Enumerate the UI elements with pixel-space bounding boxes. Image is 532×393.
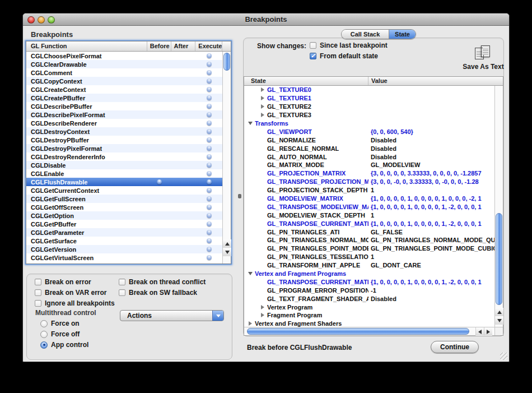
disclosure-triangle[interactable]: [259, 96, 265, 100]
checkbox[interactable]: ✓: [35, 289, 41, 296]
state-row[interactable]: GL_PROJECTION_STACK_DEPTH 1: [244, 186, 494, 195]
state-row[interactable]: GL_TEXTURE2: [244, 103, 494, 111]
before-breakpoint-cell[interactable]: [147, 78, 171, 84]
execute-cell[interactable]: [195, 247, 222, 252]
table-row[interactable]: CGLDestroyPBuffer: [26, 136, 222, 144]
after-breakpoint-cell[interactable]: [171, 154, 196, 159]
table-row[interactable]: CGLDisable: [26, 161, 222, 169]
after-breakpoint-cell[interactable]: [171, 112, 196, 117]
state-row[interactable]: GL_MATRIX_MODE GL_MODELVIEW: [244, 161, 494, 169]
scroll-left-button[interactable]: [475, 327, 484, 336]
state-row[interactable]: GL_PN_TRIANGLES_TESSELATION_ 1: [244, 253, 494, 261]
table-row[interactable]: CGLGetVersion: [26, 245, 222, 253]
before-breakpoint-cell[interactable]: [147, 62, 171, 67]
table-row[interactable]: CGLEnable: [26, 169, 222, 178]
state-row[interactable]: Vertex Program: [244, 303, 494, 311]
state-row[interactable]: GL_TRANSPOSE_CURRENT_MATRI {1, 0, 0, 0, …: [244, 219, 494, 228]
checkbox[interactable]: ✓: [35, 300, 41, 307]
before-breakpoint-cell[interactable]: [147, 95, 171, 100]
execute-cell[interactable]: [195, 238, 222, 243]
table-row[interactable]: CGLGetPBuffer: [26, 220, 222, 228]
scroll-up-button[interactable]: [495, 308, 503, 316]
after-breakpoint-cell[interactable]: [171, 62, 196, 67]
after-breakpoint-cell[interactable]: [171, 179, 196, 184]
table-row[interactable]: CGLGetOption: [26, 211, 222, 220]
table-row[interactable]: CGLFlushDrawable: [26, 178, 222, 186]
after-breakpoint-cell[interactable]: [171, 78, 196, 84]
tab-state[interactable]: State: [389, 30, 416, 39]
state-row[interactable]: GL_PN_TRIANGLES_POINT_MODE_ GL_PN_TRIANG…: [244, 244, 494, 253]
table-row[interactable]: CGLComment: [26, 68, 222, 77]
save-as-text-button[interactable]: [474, 45, 493, 61]
before-breakpoint-cell[interactable]: [147, 188, 171, 193]
radio-app-control[interactable]: App control: [40, 341, 88, 349]
table-row[interactable]: CGLGetParameter: [26, 228, 222, 237]
table-row[interactable]: CGLDestroyContext: [26, 127, 222, 136]
execute-cell[interactable]: [195, 188, 222, 193]
radio-button[interactable]: [40, 341, 48, 349]
table-row[interactable]: CGLCreatePBuffer: [26, 94, 222, 102]
checkbox[interactable]: ✓: [310, 42, 316, 49]
break-on-thread-conflict-option[interactable]: ✓ Break on thread conflict: [119, 278, 206, 286]
function-list-scrollbar[interactable]: [222, 52, 231, 263]
execute-cell[interactable]: [195, 163, 222, 168]
checkbox[interactable]: ✓: [310, 53, 316, 59]
state-row[interactable]: Vertex and Fragment Programs: [244, 270, 494, 278]
execute-cell[interactable]: [195, 78, 222, 84]
execute-cell[interactable]: [195, 154, 222, 159]
break-on-sw-fallback-option[interactable]: ✓ Break on SW fallback: [119, 289, 197, 297]
scroll-down-button[interactable]: [495, 316, 503, 325]
scrollbar-thumb[interactable]: [247, 328, 469, 335]
checkbox[interactable]: ✓: [119, 279, 125, 285]
before-breakpoint-cell[interactable]: [147, 221, 171, 226]
before-breakpoint-cell[interactable]: [147, 179, 171, 184]
table-row[interactable]: CGLGetOffScreen: [26, 203, 222, 211]
state-row[interactable]: GL_PN_TRIANGLES_ATI GL_FALSE: [244, 228, 494, 236]
after-breakpoint-cell[interactable]: [171, 230, 196, 235]
break-on-var-error-option[interactable]: ✓ Break on VAR error: [35, 289, 106, 297]
disclosure-triangle[interactable]: [259, 104, 265, 109]
state-row[interactable]: GL_TRANSPOSE_MODELVIEW_MAT {1, 0, 0, 0, …: [244, 202, 494, 211]
table-row[interactable]: CGLGetCurrentContext: [26, 186, 222, 195]
before-breakpoint-cell[interactable]: [147, 129, 171, 134]
scrollbar-thumb[interactable]: [223, 53, 230, 71]
disclosure-triangle[interactable]: [259, 305, 265, 309]
state-vertical-scrollbar[interactable]: [494, 86, 503, 327]
disclosure-triangle[interactable]: [259, 87, 265, 92]
title-bar[interactable]: Breakpoints: [23, 13, 509, 26]
radio-button[interactable]: [40, 320, 48, 327]
before-breakpoint-cell[interactable]: [147, 163, 171, 168]
scroll-up-button[interactable]: [223, 239, 231, 248]
state-row[interactable]: GL_NORMALIZE Disabled: [244, 136, 494, 144]
after-breakpoint-cell[interactable]: [171, 205, 196, 210]
tab-call-stack[interactable]: Call Stack: [342, 30, 389, 39]
radio-force-on[interactable]: Force on: [40, 320, 80, 327]
scroll-right-button[interactable]: [484, 327, 492, 336]
table-row[interactable]: CGLGetFullScreen: [26, 195, 222, 203]
state-row[interactable]: GL_MODELVIEW_MATRIX {1, 0, 0, 0, 0, 1, 0…: [244, 195, 494, 203]
before-breakpoint-cell[interactable]: [147, 196, 171, 201]
from-default-state-option[interactable]: ✓ From default state: [310, 52, 378, 60]
before-breakpoint-cell[interactable]: [147, 137, 171, 142]
scrollbar-thumb[interactable]: [496, 213, 502, 305]
execute-cell[interactable]: [195, 129, 222, 134]
before-breakpoint-cell[interactable]: [147, 112, 171, 117]
after-breakpoint-cell[interactable]: [171, 95, 196, 100]
table-row[interactable]: CGLCreateContext: [26, 85, 222, 94]
execute-cell[interactable]: [195, 87, 222, 92]
execute-cell[interactable]: [195, 137, 222, 142]
table-row[interactable]: CGLDestroyPixelFormat: [26, 144, 222, 152]
after-breakpoint-cell[interactable]: [171, 70, 196, 75]
before-breakpoint-cell[interactable]: [147, 121, 171, 126]
state-row[interactable]: GL_TEXTURE1: [244, 94, 494, 103]
execute-cell[interactable]: [195, 171, 222, 176]
execute-cell[interactable]: [195, 230, 222, 235]
ignore-all-breakpoints-option[interactable]: ✓ Ignore all breakpoints: [35, 299, 115, 307]
scroll-down-button[interactable]: [223, 248, 231, 256]
before-breakpoint-cell[interactable]: [147, 213, 171, 218]
execute-cell[interactable]: [195, 70, 222, 75]
since-last-breakpoint-option[interactable]: ✓ Since last breakpoint: [310, 41, 388, 49]
table-row[interactable]: CGLChoosePixelFormat: [26, 52, 222, 60]
radio-button[interactable]: [40, 331, 48, 338]
table-row[interactable]: CGLCopyContext: [26, 77, 222, 85]
